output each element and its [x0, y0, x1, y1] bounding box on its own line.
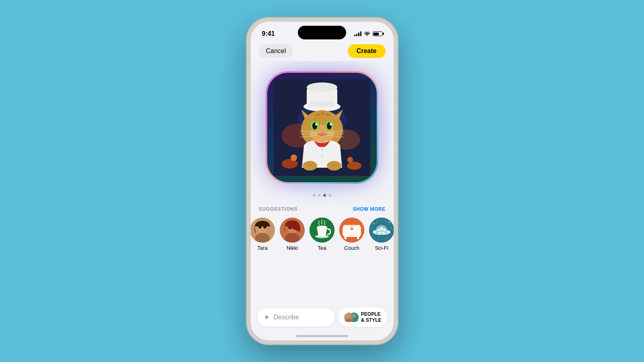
svg-point-49	[315, 235, 329, 238]
suggestion-label-tea: Tea	[318, 245, 326, 251]
suggestion-item-scifi[interactable]: Sci-Fi	[369, 218, 394, 251]
page-dot-2[interactable]	[318, 194, 321, 197]
people-style-icons	[344, 313, 359, 322]
suggestions-label: SUGGESTIONS	[259, 206, 298, 212]
suggestion-avatar-nikki	[280, 218, 305, 243]
svg-rect-11	[310, 102, 334, 107]
suggestion-label-scifi: Sci-Fi	[375, 245, 388, 251]
people-style-label: PEOPLE & STYLE	[361, 311, 382, 323]
people-style-button[interactable]: PEOPLE & STYLE	[339, 307, 387, 327]
nav-bar: Cancel Create	[251, 41, 394, 61]
svg-point-66	[385, 232, 387, 234]
suggestion-label-tara: Tara	[257, 245, 267, 251]
suggestion-avatar-tara	[251, 218, 275, 243]
home-indicator	[296, 335, 348, 337]
suggestion-avatar-couch	[339, 218, 364, 243]
status-time: 9:41	[262, 30, 275, 37]
status-icons	[354, 31, 382, 37]
svg-point-65	[380, 233, 383, 234]
phone-frame: 9:41 Cancel Create	[247, 18, 398, 344]
svg-point-73	[347, 314, 351, 318]
svg-point-69	[372, 228, 373, 229]
suggestion-label-nikki: Nikki	[287, 245, 298, 251]
svg-point-61	[378, 228, 380, 231]
page-dots	[313, 194, 331, 197]
svg-point-10	[307, 82, 337, 92]
svg-point-34	[321, 154, 323, 157]
main-content: SUGGESTIONS SHOW MORE	[251, 61, 394, 303]
suggestion-item-tea[interactable]: Tea	[310, 218, 334, 251]
svg-point-68	[389, 222, 390, 223]
svg-rect-56	[357, 236, 359, 239]
sparkle-icon: ✦	[264, 313, 270, 322]
describe-placeholder: Describe	[274, 314, 299, 321]
svg-point-5	[347, 162, 361, 170]
svg-point-6	[291, 154, 297, 161]
signal-icon	[354, 31, 361, 36]
svg-rect-57	[343, 226, 345, 235]
create-button[interactable]: Create	[348, 44, 386, 58]
suggestion-label-couch: Couch	[344, 245, 359, 251]
hero-image-container[interactable]	[264, 69, 380, 186]
svg-point-72	[386, 220, 386, 221]
suggestions-row: Tara	[259, 218, 386, 251]
show-more-button[interactable]: SHOW MORE	[353, 206, 385, 212]
suggestions-section: SUGGESTIONS SHOW MORE	[251, 197, 394, 251]
suggestion-item-nikki[interactable]: Nikki	[280, 218, 305, 251]
svg-point-33	[321, 148, 323, 151]
svg-point-62	[380, 227, 383, 230]
svg-point-22	[315, 123, 318, 125]
dynamic-island	[298, 26, 346, 39]
svg-point-71	[377, 221, 378, 222]
cancel-button[interactable]: Cancel	[259, 44, 293, 58]
page-dot-1[interactable]	[313, 194, 316, 197]
suggestion-avatar-scifi	[369, 218, 394, 243]
svg-rect-54	[343, 225, 360, 228]
suggestions-header: SUGGESTIONS SHOW MORE	[259, 206, 386, 212]
svg-rect-55	[345, 236, 347, 239]
svg-point-7	[347, 157, 353, 162]
svg-point-23	[330, 123, 332, 125]
describe-input[interactable]: ✦ Describe	[257, 308, 334, 327]
hero-image-wrapper	[266, 71, 378, 184]
svg-point-63	[383, 228, 386, 231]
svg-point-48	[317, 226, 327, 229]
hero-image-inner	[267, 73, 377, 182]
page-dot-3[interactable]	[323, 194, 326, 197]
battery-icon	[373, 31, 382, 36]
suggestion-avatar-tea	[310, 218, 334, 243]
suggestion-item-couch[interactable]: Couch	[339, 218, 364, 251]
suggestion-item-tara[interactable]: Tara	[251, 218, 275, 251]
page-dot-4[interactable]	[328, 194, 331, 197]
bottom-bar: ✦ Describe PEOPLE	[251, 303, 394, 335]
svg-point-67	[374, 223, 375, 224]
cat-chef-illustration	[274, 79, 370, 176]
svg-point-70	[391, 227, 392, 228]
svg-rect-58	[359, 226, 361, 235]
ps-person-icon	[344, 313, 354, 322]
svg-point-64	[376, 232, 378, 234]
wifi-icon	[364, 31, 370, 37]
